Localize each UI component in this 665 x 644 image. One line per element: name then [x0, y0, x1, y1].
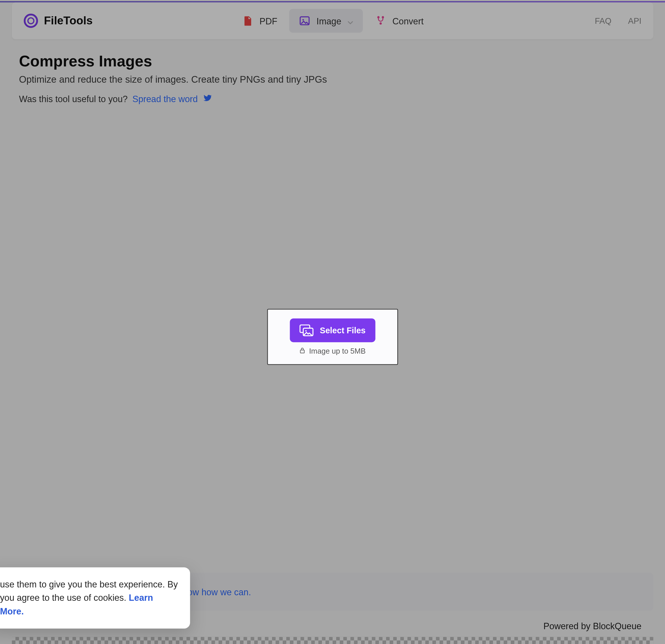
lock-icon — [300, 347, 305, 356]
select-files-button[interactable]: Select Files — [290, 318, 375, 342]
nav-center: PDF Image Convert — [232, 9, 433, 33]
nav-label: Convert — [393, 16, 424, 26]
svg-point-4 — [380, 23, 381, 24]
pdf-file-icon — [242, 15, 253, 27]
cookie-text-1: use them to give you the best experience… — [0, 579, 178, 589]
nav-item-pdf[interactable]: PDF — [232, 9, 287, 33]
nav-item-image[interactable]: Image — [289, 9, 362, 33]
page-title: Compress Images — [19, 52, 646, 71]
image-icon — [299, 15, 310, 27]
svg-point-2 — [378, 17, 379, 18]
images-stack-icon — [300, 324, 314, 336]
nav-link-faq[interactable]: FAQ — [595, 16, 611, 25]
brand[interactable]: FileTools — [24, 14, 93, 28]
chevron-down-icon — [347, 16, 353, 26]
page-subtitle: Optimize and reduce the size of images. … — [19, 74, 646, 85]
nav-label: PDF — [260, 16, 277, 26]
nav-item-convert[interactable]: Convert — [365, 9, 433, 33]
nav-right: FAQ API — [595, 16, 642, 25]
svg-point-3 — [382, 17, 383, 18]
share-link[interactable]: Spread the word — [132, 94, 197, 104]
brand-logo-icon — [24, 14, 38, 28]
dropzone-hint-text: Image up to 5MB — [309, 347, 366, 355]
file-dropzone[interactable]: Select Files Image up to 5MB — [267, 309, 398, 365]
dropzone-hint: Image up to 5MB — [300, 347, 366, 356]
svg-rect-8 — [301, 350, 305, 353]
share-row: Was this tool useful to you? Spread the … — [19, 93, 646, 105]
share-question: Was this tool useful to you? — [19, 94, 128, 104]
select-files-label: Select Files — [320, 325, 366, 335]
svg-point-1 — [303, 19, 304, 21]
cookie-text-2: you agree to the use of cookies. — [0, 592, 126, 603]
brand-name: FileTools — [44, 14, 93, 27]
svg-point-7 — [305, 330, 307, 331]
nav-link-api[interactable]: API — [628, 16, 642, 25]
transparency-checker — [12, 637, 653, 644]
cookie-banner: use them to give you the best experience… — [0, 567, 190, 629]
page-header: Compress Images Optimize and reduce the … — [19, 52, 646, 105]
convert-icon — [375, 15, 386, 27]
main-nav: FileTools PDF Image Convert FAQ API — [12, 2, 653, 39]
nav-label: Image — [317, 16, 341, 26]
footer-powered: Powered by BlockQueue — [544, 621, 642, 631]
twitter-icon[interactable] — [203, 93, 212, 105]
